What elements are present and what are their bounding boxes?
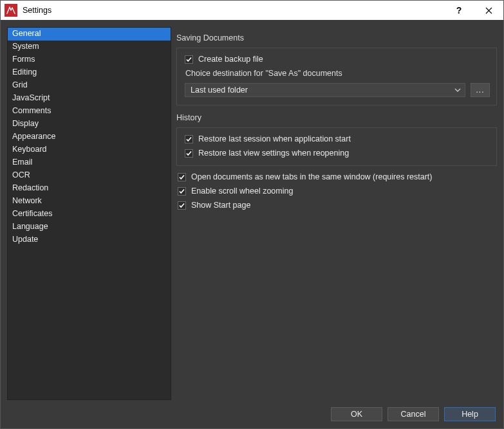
restore-view-checkbox[interactable]: [185, 149, 193, 158]
cancel-button[interactable]: Cancel: [387, 407, 439, 421]
open-tabs-row: Open documents as new tabs in the same w…: [178, 172, 497, 181]
save-as-combo-row: Last used folder ...: [185, 83, 490, 97]
start-page-label: Show Start page: [191, 201, 250, 210]
scroll-zoom-row: Enable scroll wheel zooming: [178, 187, 497, 196]
sidebar-item-network[interactable]: Network: [8, 195, 171, 208]
dialog-body: General System Forms Editing Grid JavaSc…: [1, 21, 503, 400]
sidebar-item-ocr[interactable]: OCR: [8, 169, 171, 182]
sidebar-item-grid[interactable]: Grid: [8, 79, 171, 92]
sidebar-item-javascript[interactable]: JavaScript: [8, 92, 171, 105]
settings-sidebar[interactable]: General System Forms Editing Grid JavaSc…: [7, 27, 171, 400]
restore-session-label: Restore last session when application st…: [198, 134, 351, 143]
create-backup-label: Create backup file: [198, 55, 263, 64]
sidebar-item-update[interactable]: Update: [8, 233, 171, 246]
window-title: Settings: [21, 6, 51, 15]
sidebar-item-system[interactable]: System: [8, 41, 171, 53]
titlebar: Settings ?: [1, 1, 503, 21]
settings-content: Saving Documents Create backup file Choi…: [176, 27, 497, 400]
sidebar-item-keyboard[interactable]: Keyboard: [8, 143, 171, 156]
sidebar-item-display[interactable]: Display: [8, 118, 171, 131]
sidebar-item-editing[interactable]: Editing: [8, 66, 171, 79]
open-tabs-checkbox[interactable]: [178, 173, 186, 181]
help-button[interactable]: Help: [444, 407, 496, 421]
scroll-zoom-label: Enable scroll wheel zooming: [191, 187, 293, 196]
save-as-destination-label: Choice destination for "Save As" documen…: [185, 69, 490, 78]
start-page-row: Show Start page: [178, 201, 497, 210]
start-page-checkbox[interactable]: [178, 201, 186, 210]
help-icon[interactable]: ?: [444, 1, 474, 21]
open-tabs-label: Open documents as new tabs in the same w…: [191, 172, 432, 181]
saving-documents-group: Create backup file Choice destination fo…: [176, 48, 497, 105]
general-options: Open documents as new tabs in the same w…: [176, 170, 497, 210]
create-backup-row: Create backup file: [185, 55, 490, 64]
sidebar-item-appearance[interactable]: Appearance: [8, 131, 171, 143]
save-as-destination-combo[interactable]: Last used folder: [185, 83, 465, 97]
chevron-down-icon: [454, 87, 461, 93]
restore-view-label: Restore last view settings when reopenin…: [198, 149, 349, 158]
restore-session-row: Restore last session when application st…: [185, 134, 490, 143]
scroll-zoom-checkbox[interactable]: [178, 187, 186, 196]
close-icon[interactable]: [474, 1, 503, 21]
create-backup-checkbox[interactable]: [185, 55, 193, 64]
browse-folder-button[interactable]: ...: [471, 83, 490, 97]
sidebar-item-comments[interactable]: Comments: [8, 105, 171, 118]
restore-view-row: Restore last view settings when reopenin…: [185, 149, 490, 158]
settings-window: Settings ? General System Forms Editing …: [0, 0, 504, 429]
sidebar-item-general[interactable]: General: [8, 28, 171, 41]
sidebar-item-redaction[interactable]: Redaction: [8, 182, 171, 195]
restore-session-checkbox[interactable]: [185, 135, 193, 143]
sidebar-item-certificates[interactable]: Certificates: [8, 208, 171, 221]
sidebar-item-email[interactable]: Email: [8, 156, 171, 169]
app-icon: [5, 4, 17, 17]
save-as-combo-value: Last used folder: [191, 86, 248, 95]
history-group: Restore last session when application st…: [176, 127, 497, 166]
ok-button[interactable]: OK: [331, 407, 382, 421]
saving-documents-label: Saving Documents: [176, 33, 497, 42]
history-label: History: [176, 113, 497, 122]
sidebar-item-language[interactable]: Language: [8, 221, 171, 233]
sidebar-item-forms[interactable]: Forms: [8, 53, 171, 66]
dialog-footer: OK Cancel Help: [1, 400, 503, 428]
